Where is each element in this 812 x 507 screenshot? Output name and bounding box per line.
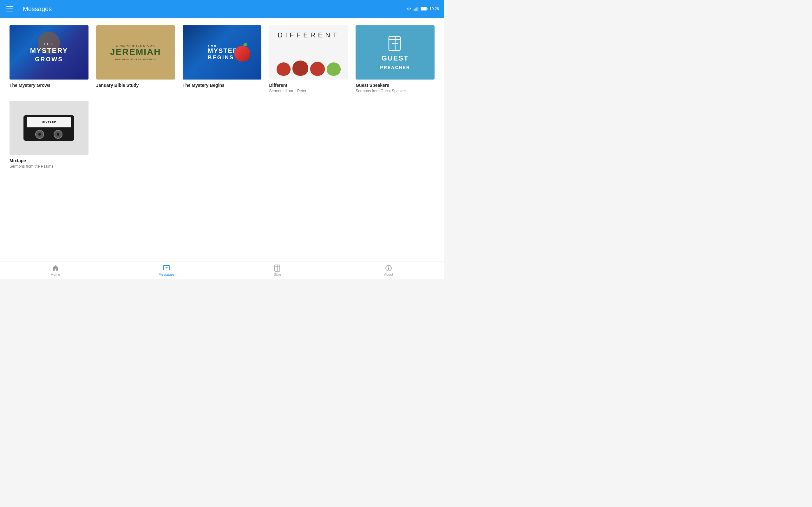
nav-item-messages[interactable]: Messages [111, 262, 222, 278]
series-card-guest-speakers[interactable]: GUEST PREACHER Guest Speakers Sermons fr… [356, 25, 435, 93]
main-content: THE MYSTERY GROWS The Mystery Grows JANU… [0, 18, 444, 261]
battery-icon [420, 7, 427, 11]
bible-icon [274, 264, 281, 272]
series-title-mixtape: Mixtape [9, 158, 89, 163]
series-subtitle-mixtape: Sermons from the Psalms [9, 164, 89, 169]
nav-label-home: Home [51, 273, 60, 276]
preacher-label: PREACHER [380, 65, 410, 70]
different-title-text: DIFFERENT [269, 31, 348, 39]
book-cross-icon [387, 35, 403, 52]
series-thumbnail-mixtape: MIXTAPE [9, 101, 89, 155]
svg-rect-1 [415, 9, 415, 11]
hamburger-menu-icon[interactable] [5, 4, 15, 14]
series-title-mystery-grows: The Mystery Grows [9, 83, 89, 88]
series-subtitle-different: Sermons from 1 Peter [269, 89, 348, 93]
svg-rect-2 [415, 8, 416, 11]
apple-green [327, 62, 341, 76]
series-card-mystery-begins[interactable]: THE MYSTERY BEGINS The Mystery Begins [183, 25, 262, 93]
series-thumbnail-guest-speakers: GUEST PREACHER [356, 25, 435, 79]
apple-red-3 [310, 62, 325, 76]
signal-icon [414, 7, 419, 11]
nav-label-bible: Bible [274, 273, 281, 276]
svg-point-19 [388, 266, 389, 267]
svg-marker-13 [165, 267, 168, 268]
series-title-different: Different [269, 83, 348, 88]
series-card-mixtape[interactable]: MIXTAPE [9, 101, 89, 169]
svg-rect-6 [426, 8, 427, 10]
series-thumbnail-january-bible-study: JANUARY BIBLE STUDY: JEREMIAH FAITHFUL T… [96, 25, 175, 79]
nav-label-about: About [384, 273, 393, 276]
series-card-mystery-grows[interactable]: THE MYSTERY GROWS The Mystery Grows [9, 25, 89, 93]
svg-rect-7 [421, 8, 426, 10]
apples-display [276, 60, 341, 79]
series-subtitle-guest-speakers: Sermons from Guest Speaker... [356, 89, 435, 93]
series-title-guest-speakers: Guest Speakers [356, 83, 435, 88]
nav-label-messages: Messages [159, 273, 174, 276]
bottom-nav: Home Messages Bible About [0, 261, 444, 279]
series-card-different[interactable]: DIFFERENT Different Sermons from 1 Peter [269, 25, 348, 93]
svg-rect-0 [414, 9, 414, 11]
apple-red-1 [276, 62, 291, 76]
messages-icon [163, 264, 170, 272]
series-title-mystery-begins: The Mystery Begins [183, 83, 262, 88]
series-thumbnail-mystery-grows: THE MYSTERY GROWS [9, 25, 89, 79]
guest-label: GUEST [382, 54, 409, 62]
apple-red-2 [293, 60, 308, 76]
nav-item-home[interactable]: Home [0, 262, 111, 278]
series-thumbnail-mystery-begins: THE MYSTERY BEGINS [183, 25, 262, 79]
wifi-icon [406, 7, 412, 11]
series-grid-row2: MIXTAPE [9, 101, 435, 169]
about-icon [385, 264, 392, 272]
svg-rect-3 [417, 7, 417, 11]
home-icon [52, 264, 59, 272]
series-thumbnail-different: DIFFERENT [269, 25, 348, 79]
app-bar: Messages 10:26 [0, 0, 444, 18]
status-time: 10:26 [429, 7, 439, 11]
series-card-january-bible-study[interactable]: JANUARY BIBLE STUDY: JEREMIAH FAITHFUL T… [96, 25, 175, 93]
nav-item-bible[interactable]: Bible [222, 262, 333, 278]
app-bar-title: Messages [23, 5, 406, 13]
series-title-january-bible-study: January Bible Study [96, 83, 175, 88]
svg-rect-4 [418, 7, 418, 11]
series-grid-row1: THE MYSTERY GROWS The Mystery Grows JANU… [9, 25, 435, 93]
nav-item-about[interactable]: About [333, 262, 444, 278]
